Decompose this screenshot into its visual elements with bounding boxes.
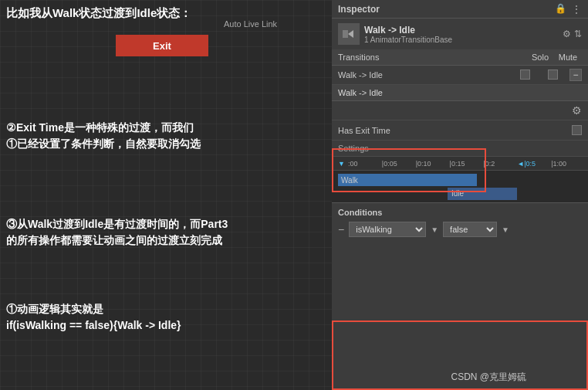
has-exit-time-row: Has Exit Time — [332, 120, 588, 141]
annotation4-line1: ①动画逻辑其实就是 — [6, 301, 181, 317]
svg-rect-0 — [343, 30, 348, 38]
mute-checkbox[interactable] — [548, 70, 558, 80]
marker-20: |0:2 — [483, 160, 514, 168]
annotation2-line2: ①已经设置了条件判断，自然要取消勾选 — [6, 136, 201, 152]
csdn-watermark: CSDN @克里姆硫 — [451, 371, 526, 384]
inspector-panel: Inspector 🔒 ⋮ Walk -> Idle 1 AnimatorTra… — [332, 0, 588, 390]
marker-100: |1:00 — [551, 160, 582, 168]
annotation3-line2: 的所有操作都需要让动画之间的过渡立刻完成 — [6, 232, 228, 249]
annotation-3: ③从Walk过渡到Idle是有过渡时间的，而Part3 的所有操作都需要让动画之… — [6, 216, 228, 249]
transition-header: Walk -> Idle 1 AnimatorTransitionBase ⚙ … — [332, 19, 588, 49]
remove-transition-button[interactable]: − — [569, 69, 582, 81]
svg-marker-1 — [348, 30, 353, 38]
auto-live-link-text: Auto Live Link — [224, 19, 277, 29]
settings-icon[interactable]: ⚙ — [563, 29, 571, 39]
has-exit-time-label: Has Exit Time — [338, 126, 572, 135]
lock-icon[interactable]: 🔒 — [555, 3, 566, 15]
marker-head: ◄|0:5 — [517, 160, 548, 168]
condition-minus-button[interactable]: − — [338, 223, 344, 236]
walk-idle-section: Walk -> Idle — [332, 85, 588, 101]
condition-value-arrow-icon: ▼ — [502, 226, 509, 234]
expand-icon[interactable]: ⇅ — [574, 29, 582, 39]
timeline-container: ▼ :00 |0:05 |0:10 |0:15 |0:2 ◄|0:5 |1:00… — [332, 157, 588, 203]
solo-checkbox[interactable] — [520, 70, 530, 80]
exit-button-label: Exit — [153, 40, 171, 52]
condition-row: − isWalking ▼ false true ▼ — [338, 222, 582, 237]
annotation-1: 比如我从Walk状态过渡到Idle状态： — [6, 5, 191, 22]
settings-section-label: Settings — [338, 144, 369, 153]
playhead-icon: ▼ — [338, 160, 345, 168]
settings-row: ⚙ — [332, 101, 588, 120]
inspector-header: Inspector 🔒 ⋮ — [332, 0, 588, 19]
transitions-col-label: Transitions — [338, 53, 526, 62]
timeline-ruler: ▼ :00 |0:05 |0:10 |0:15 |0:2 ◄|0:5 |1:00 — [332, 157, 588, 171]
walk-idle-label: Walk -> Idle — [338, 88, 383, 97]
conditions-section: Conditions − isWalking ▼ false true ▼ — [332, 203, 588, 245]
solo-checkbox-cell — [511, 70, 539, 81]
transition-sub: 1 AnimatorTransitionBase — [364, 36, 558, 44]
annotation2-line1: ②Exit Time是一种特殊的过渡，而我们 — [6, 120, 201, 136]
arrow-icon: ▼ — [431, 226, 438, 234]
transitions-row-label: Walk -> Idle — [338, 70, 511, 80]
left-panel: 比如我从Walk状态过渡到Idle状态： Auto Live Link Exit… — [0, 0, 332, 390]
transition-icon — [338, 23, 360, 45]
has-exit-time-checkbox[interactable] — [572, 125, 582, 135]
conditions-header: Conditions — [338, 208, 582, 217]
transitions-table-header: Transitions Solo Mute — [332, 49, 588, 66]
settings-label: Settings — [332, 141, 588, 157]
menu-icon[interactable]: ⋮ — [571, 3, 582, 15]
annotation-2: ②Exit Time是一种特殊的过渡，而我们 ①已经设置了条件判断，自然要取消勾… — [6, 120, 201, 152]
condition-param-select[interactable]: isWalking — [349, 222, 426, 237]
marker-10: |0:10 — [416, 160, 447, 168]
walk-timeline-label: Walk — [341, 176, 358, 185]
annotation-4: ①动画逻辑其实就是 if(isWalking == false){Walk ->… — [6, 301, 181, 334]
mute-col-label: Mute — [554, 53, 582, 62]
marker-15: |0:15 — [450, 160, 481, 168]
condition-value-select[interactable]: false true — [443, 222, 497, 237]
idle-timeline-label: Idle — [451, 189, 464, 198]
transition-info: Walk -> Idle 1 AnimatorTransitionBase — [364, 25, 558, 44]
annotation1-text: 比如我从Walk状态过渡到Idle状态： — [6, 6, 191, 19]
solo-col-label: Solo — [526, 53, 554, 62]
marker-0: :00 — [348, 160, 379, 168]
marker-5: |0:05 — [382, 160, 413, 168]
auto-live-link: Auto Live Link — [224, 19, 277, 29]
transitions-row: Walk -> Idle − — [332, 66, 588, 85]
inspector-title: Inspector — [338, 4, 380, 15]
walk-timeline-bar — [338, 174, 477, 186]
watermark-text: CSDN @克里姆硫 — [451, 371, 526, 382]
transition-header-icons: ⚙ ⇅ — [563, 29, 582, 39]
transition-name: Walk -> Idle — [364, 25, 558, 36]
gear-icon[interactable]: ⚙ — [572, 104, 582, 117]
mute-checkbox-cell — [539, 70, 566, 81]
exit-button[interactable]: Exit — [116, 35, 208, 56]
annotation4-line2: if(isWalking == false){Walk -> Idle} — [6, 317, 181, 334]
annotation3-line1: ③从Walk过渡到Idle是有过渡时间的，而Part3 — [6, 216, 228, 232]
inspector-header-icons: 🔒 ⋮ — [555, 3, 582, 15]
